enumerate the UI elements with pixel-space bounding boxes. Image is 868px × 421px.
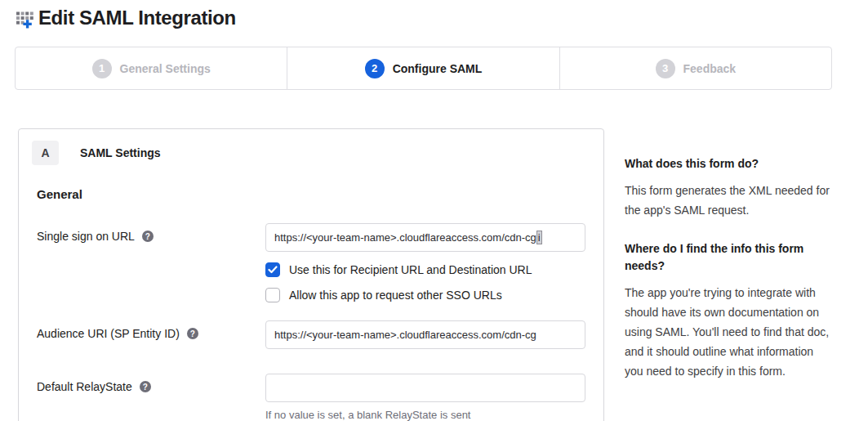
other-sso-urls-checkbox-row[interactable]: Allow this app to request other SSO URLs (265, 288, 585, 302)
field-row-single-sign-on-url: Single sign on URL ? https://<your-team-… (32, 223, 590, 302)
app-grid-plus-icon (16, 9, 36, 29)
help-body-where: The app you're trying to integrate with … (625, 283, 830, 381)
page-title: Edit SAML Integration (38, 7, 236, 29)
step-label: Feedback (683, 62, 737, 75)
recipient-url-checkbox-row[interactable]: Use this for Recipient URL and Destinati… (265, 262, 585, 277)
step-number-badge: 3 (656, 59, 675, 78)
default-relaystate-label: Default RelayState (37, 380, 132, 394)
relaystate-helper-text: If no value is set, a blank RelayState i… (265, 409, 585, 421)
help-body-what: This form generates the XML needed for t… (625, 181, 830, 220)
single-sign-on-url-input[interactable]: https://<your-team-name>.cloudflareacces… (265, 223, 585, 252)
field-row-default-relaystate: Default RelayState ? If no value is set,… (32, 374, 590, 421)
help-icon[interactable]: ? (140, 381, 151, 392)
field-row-audience-uri: Audience URI (SP Entity ID) ? (32, 320, 590, 349)
help-icon[interactable]: ? (187, 328, 198, 339)
other-sso-urls-checkbox-label: Allow this app to request other SSO URLs (289, 289, 502, 302)
recipient-url-checkbox-label: Use this for Recipient URL and Destinati… (289, 263, 532, 276)
help-heading-what: What does this form do? (625, 155, 830, 172)
audience-uri-label: Audience URI (SP Entity ID) (37, 327, 180, 341)
panel-header: A SAML Settings (32, 141, 590, 165)
step-number-badge: 1 (92, 59, 112, 78)
step-wizard: 1 General Settings 2 Configure SAML 3 Fe… (15, 47, 832, 90)
general-section-heading: General (37, 187, 590, 201)
single-sign-on-url-label: Single sign on URL (37, 230, 135, 244)
saml-settings-panel: A SAML Settings General Single sign on U… (18, 128, 604, 421)
check-icon (268, 266, 278, 274)
help-heading-where: Where do I find the info this form needs… (625, 240, 830, 275)
help-icon[interactable]: ? (142, 231, 154, 242)
step-feedback[interactable]: 3 Feedback (559, 47, 831, 89)
audience-uri-input[interactable] (265, 320, 585, 349)
default-relaystate-input[interactable] (265, 374, 585, 402)
panel-title: SAML Settings (80, 146, 161, 159)
section-a-badge: A (32, 141, 59, 165)
help-sidebar: What does this form do? This form genera… (625, 155, 830, 401)
recipient-url-checkbox[interactable] (265, 262, 280, 277)
step-number-badge: 2 (365, 59, 385, 78)
other-sso-urls-checkbox[interactable] (265, 288, 280, 302)
text-selection-cursor: i (536, 231, 542, 244)
step-label: Configure SAML (393, 62, 483, 75)
step-general-settings[interactable]: 1 General Settings (16, 47, 287, 89)
page-header: Edit SAML Integration (16, 6, 236, 29)
step-label: General Settings (120, 62, 211, 75)
step-configure-saml[interactable]: 2 Configure SAML (287, 47, 559, 89)
